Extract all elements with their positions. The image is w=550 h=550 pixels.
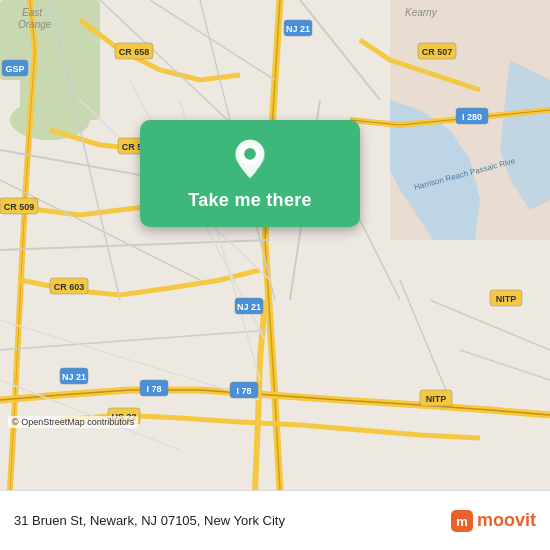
gsp-label: GSP: [5, 64, 24, 74]
cr603-label: CR 603: [54, 282, 85, 292]
nitp1-label: NITP: [496, 294, 517, 304]
east-orange-label2: Orange: [18, 19, 52, 30]
map-pin-icon: [229, 138, 271, 180]
svg-rect-4: [380, 240, 550, 490]
bottom-bar: 31 Bruen St, Newark, NJ 07105, New York …: [0, 490, 550, 550]
cr507-label: CR 507: [422, 47, 453, 57]
address-text: 31 Bruen St, Newark, NJ 07105, New York …: [14, 513, 285, 528]
nitp2-label: NITP: [426, 394, 447, 404]
location-card: Take me there: [140, 120, 360, 227]
map-container: CR 658 CR 507 GSP CR 508 NJ 21 I 280 CR …: [0, 0, 550, 490]
cr658-label: CR 658: [119, 47, 150, 57]
cr509-label: CR 509: [4, 202, 35, 212]
moovit-logo: m moovit: [451, 510, 536, 532]
osm-credit: © OpenStreetMap contributors: [8, 416, 138, 428]
svg-text:m: m: [456, 514, 468, 529]
i280-label: I 280: [462, 112, 482, 122]
nj21-top-label: NJ 21: [286, 24, 310, 34]
nj21-bot-label: NJ 21: [62, 372, 86, 382]
east-orange-label: East: [22, 7, 43, 18]
i78-label1: I 78: [146, 384, 161, 394]
nj21-mid-label: NJ 21: [237, 302, 261, 312]
moovit-text: moovit: [477, 510, 536, 531]
i78-label2: I 78: [236, 386, 251, 396]
svg-point-44: [244, 148, 256, 160]
kearny-label: Kearny: [405, 7, 438, 18]
take-me-there-button[interactable]: Take me there: [188, 190, 312, 211]
moovit-icon: m: [451, 510, 473, 532]
